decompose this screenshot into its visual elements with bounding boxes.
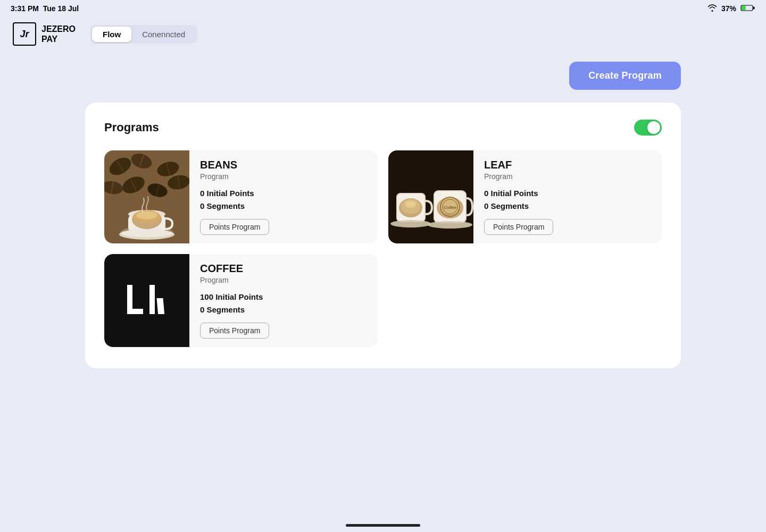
program-card-leaf: Coffee LEAF Program 0 Initial Points 0 S… xyxy=(388,150,662,243)
svg-point-33 xyxy=(390,220,431,227)
beans-type: Program xyxy=(200,172,367,181)
leaf-type: Program xyxy=(484,172,651,181)
beans-segments: 0 Segments xyxy=(200,200,367,213)
svg-text:Coffee: Coffee xyxy=(444,205,456,210)
svg-point-41 xyxy=(428,221,472,229)
svg-rect-43 xyxy=(127,309,143,314)
home-indicator xyxy=(346,524,420,527)
svg-point-32 xyxy=(405,200,416,208)
status-bar: 3:31 PM Tue 18 Jul 37% xyxy=(0,0,766,17)
main-content: Create Program Programs xyxy=(0,51,766,390)
programs-toggle[interactable] xyxy=(634,120,662,136)
coffee-tag[interactable]: Points Program xyxy=(200,323,269,339)
svg-point-25 xyxy=(121,230,172,237)
logo-text: JEZEROPAY xyxy=(41,24,76,44)
coffee-initial-points: 100 Initial Points xyxy=(200,291,367,303)
create-program-button[interactable]: Create Program xyxy=(569,62,681,90)
coffee-info: COFFEE Program 100 Initial Points 0 Segm… xyxy=(200,254,367,347)
svg-rect-1 xyxy=(742,6,746,10)
leaf-segments: 0 Segments xyxy=(484,200,651,213)
beans-name: BEANS xyxy=(200,159,367,171)
battery-icon xyxy=(740,4,755,13)
logo: Jr JEZEROPAY xyxy=(13,22,76,46)
beans-image xyxy=(104,150,189,243)
svg-rect-2 xyxy=(753,6,755,9)
leaf-name: LEAF xyxy=(484,159,651,171)
wifi-icon xyxy=(707,4,717,13)
program-card-coffee: COFFEE Program 100 Initial Points 0 Segm… xyxy=(104,254,378,347)
nav-tab-connected[interactable]: Conenncted xyxy=(131,27,196,42)
coffee-name: COFFEE xyxy=(200,263,367,275)
leaf-info: LEAF Program 0 Initial Points 0 Segments… xyxy=(484,150,651,243)
coffee-segments: 0 Segments xyxy=(200,303,367,316)
programs-card: Programs xyxy=(85,103,681,368)
coffee-type: Program xyxy=(200,276,367,284)
svg-rect-45 xyxy=(156,298,164,314)
svg-point-23 xyxy=(136,211,157,219)
nav-tabs: Flow Conenncted xyxy=(90,25,197,44)
programs-header: Programs xyxy=(104,120,662,136)
coffee-logo-svg xyxy=(123,277,171,325)
logo-icon: Jr xyxy=(13,22,36,46)
program-card-beans: BEANS Program 0 Initial Points 0 Segment… xyxy=(104,150,378,243)
svg-rect-44 xyxy=(149,285,155,314)
programs-title: Programs xyxy=(104,121,159,134)
status-time-date: 3:31 PM Tue 18 Jul xyxy=(11,4,79,13)
beans-initial-points: 0 Initial Points xyxy=(200,187,367,200)
programs-grid: BEANS Program 0 Initial Points 0 Segment… xyxy=(104,150,662,347)
beans-tag[interactable]: Points Program xyxy=(200,219,269,235)
create-btn-row: Create Program xyxy=(85,62,681,90)
coffee-image xyxy=(104,254,189,347)
leaf-initial-points: 0 Initial Points xyxy=(484,187,651,200)
status-indicators: 37% xyxy=(707,4,755,13)
leaf-image: Coffee xyxy=(388,150,473,243)
beans-info: BEANS Program 0 Initial Points 0 Segment… xyxy=(200,150,367,243)
leaf-tag[interactable]: Points Program xyxy=(484,219,553,235)
nav-tab-flow[interactable]: Flow xyxy=(92,27,131,42)
header: Jr JEZEROPAY Flow Conenncted xyxy=(0,17,766,51)
battery-percentage: 37% xyxy=(721,4,736,13)
